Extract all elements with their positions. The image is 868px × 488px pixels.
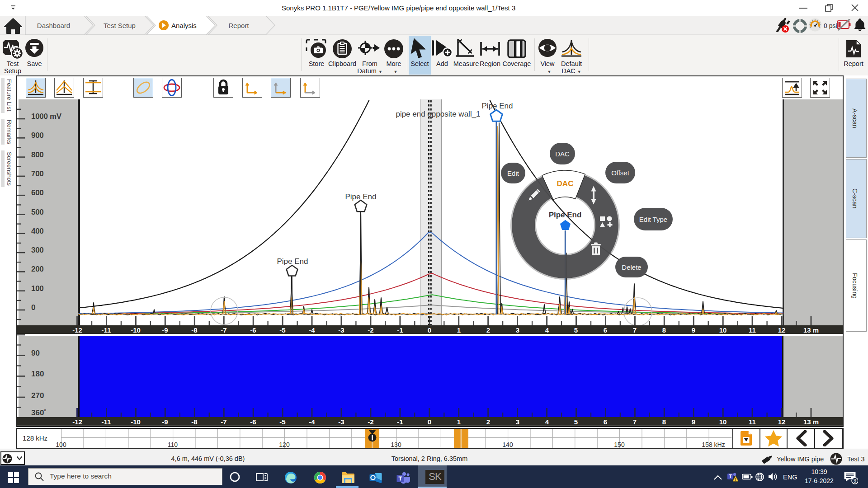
svg-text:3: 3	[854, 478, 856, 483]
svg-text:!: !	[735, 477, 736, 482]
svg-text:DAC: DAC	[557, 179, 574, 188]
svg-text:T: T	[729, 474, 731, 479]
